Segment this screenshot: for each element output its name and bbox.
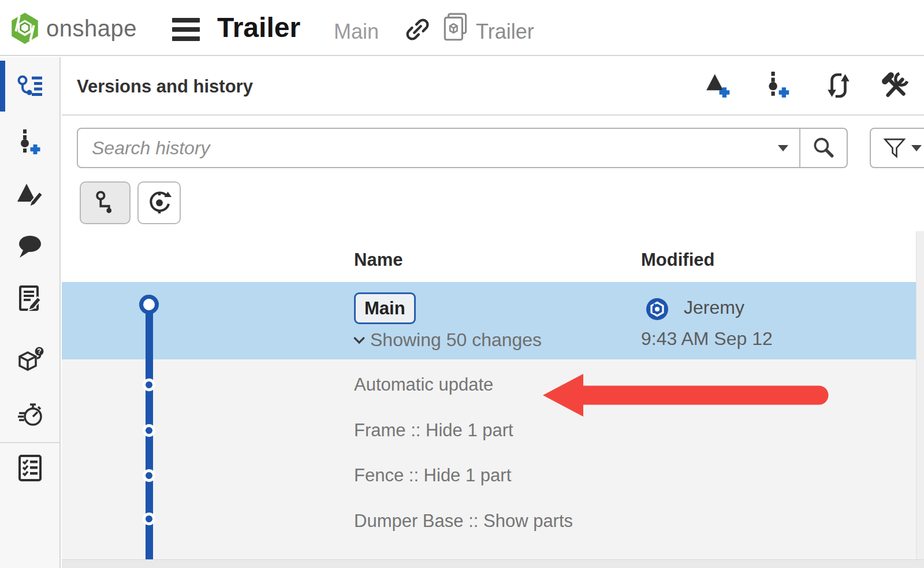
graph-view-icon (92, 190, 118, 216)
chevron-down-icon (352, 332, 367, 347)
manage-tools-icon[interactable] (881, 70, 910, 101)
panel-header: Versions and history (62, 57, 924, 116)
restore-view-icon (147, 190, 172, 216)
search-button[interactable] (800, 129, 847, 167)
graph-view-toggle[interactable] (80, 181, 131, 224)
search-group (77, 128, 848, 168)
checklist-icon[interactable] (16, 454, 44, 482)
panel-title: Versions and history (77, 76, 253, 97)
left-sidebar: ? (0, 57, 61, 568)
history-row[interactable]: Dumper Base :: Show parts (354, 510, 573, 533)
linked-document-name[interactable]: Trailer (476, 20, 534, 44)
author-avatar (646, 298, 669, 321)
onshape-logo-icon (8, 12, 42, 45)
release-edit-icon[interactable] (16, 181, 44, 209)
sidebar-divider (0, 442, 59, 443)
history-row[interactable]: Automatic update (354, 373, 493, 396)
workspace-badge[interactable]: Main (354, 292, 416, 324)
create-version-icon[interactable] (764, 70, 793, 101)
search-input[interactable] (78, 129, 767, 167)
timeline-node[interactable] (143, 378, 155, 391)
search-icon (811, 135, 836, 161)
timeline-node[interactable] (143, 469, 155, 482)
create-version-icon[interactable] (16, 129, 44, 157)
restore-view-toggle[interactable] (137, 181, 181, 224)
changes-expander[interactable]: Showing 50 changes (352, 328, 542, 351)
where-used-cube-icon[interactable]: ? (16, 346, 44, 374)
compare-icon[interactable] (824, 70, 853, 101)
author-name: Jeremy (684, 297, 744, 318)
vertical-scrollbar[interactable] (916, 231, 924, 559)
history-row[interactable]: Frame :: Hide 1 part (354, 419, 513, 442)
timeline-node[interactable] (143, 513, 155, 525)
create-release-icon[interactable] (704, 70, 733, 101)
column-header-name[interactable]: Name (354, 250, 403, 270)
workspace-name: Main (334, 20, 379, 44)
timeline-node[interactable] (143, 424, 155, 437)
modified-timestamp: 9:43 AM Sep 12 (641, 328, 773, 350)
column-header-modified[interactable]: Modified (641, 250, 714, 270)
versions-history-icon[interactable] (16, 75, 44, 102)
search-dropdown-caret[interactable] (767, 129, 799, 167)
brand-wordmark: onshape (46, 16, 137, 42)
history-row[interactable]: Fence :: Hide 1 part (354, 464, 511, 487)
app-window: onshape Trailer Main Trailer (0, 0, 924, 568)
active-item-indicator (0, 61, 5, 112)
svg-text:?: ? (37, 347, 41, 355)
changes-expander-label: Showing 50 changes (370, 329, 542, 351)
notes-icon[interactable] (16, 285, 44, 313)
linked-document-icon[interactable] (440, 12, 471, 43)
top-bar: onshape Trailer Main Trailer (0, 0, 924, 56)
link-icon[interactable] (404, 16, 431, 43)
filter-funnel-icon (882, 136, 907, 160)
filter-caret-icon (911, 145, 922, 151)
horizontal-scrollbar[interactable] (62, 559, 924, 568)
comment-icon[interactable] (16, 233, 44, 261)
performance-stopwatch-icon[interactable] (16, 400, 44, 428)
main-menu-icon[interactable] (172, 18, 200, 41)
filter-button[interactable] (870, 128, 924, 168)
timeline-head-node[interactable] (139, 295, 159, 314)
document-title: Trailer (217, 12, 300, 43)
